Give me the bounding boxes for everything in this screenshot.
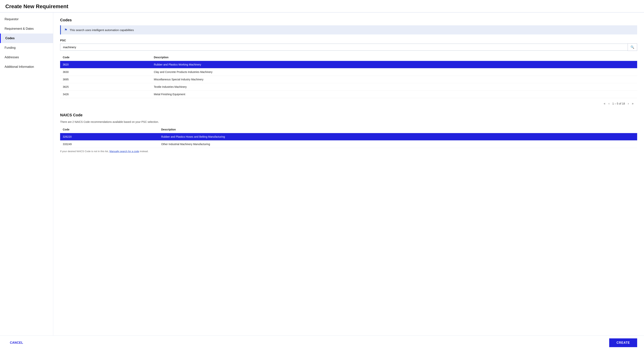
naics-section: NAICS Code There are 2 NAICS Code recomm… (60, 113, 637, 153)
sidebar-item-requestor[interactable]: Requestor (0, 15, 53, 24)
naics-col-code: Code (60, 126, 158, 133)
psc-last-page-btn[interactable]: » (631, 101, 634, 106)
psc-prev-page-btn[interactable]: ‹ (608, 101, 610, 106)
psc-table-row[interactable]: 3426Metal Finishing Equipment (60, 91, 637, 98)
codes-section-title: Codes (60, 18, 637, 22)
psc-cell-description: Metal Finishing Equipment (151, 91, 637, 98)
psc-first-page-btn[interactable]: « (603, 101, 606, 106)
naics-section-title: NAICS Code (60, 113, 637, 117)
naics-cell-code: 333249 (60, 140, 158, 148)
psc-cell-description: Rubber and Plastics Working Machinery (151, 61, 637, 68)
sidebar-item-additional-information[interactable]: Additional Information (0, 62, 53, 72)
psc-page-info: 1 – 5 of 18 (612, 102, 625, 105)
psc-cell-description: Textile Industries Machinery (151, 83, 637, 91)
psc-cell-description: Miscellaneous Special Industry Machinery (151, 76, 637, 83)
manual-search-link[interactable]: Manually search for a code (109, 150, 139, 153)
psc-label: PSC (60, 39, 637, 42)
naics-cell-description: Other Industrial Machinery Manufacturing (158, 140, 637, 148)
psc-pagination: « ‹ 1 – 5 of 18 › » (60, 100, 637, 107)
psc-cell-code: 3630 (60, 68, 151, 76)
footer-bar: CANCEL CREATE (0, 335, 644, 350)
psc-cell-code: 3695 (60, 76, 151, 83)
naics-cell-code: 326220 (60, 133, 158, 140)
info-icon: ⚑ (64, 28, 67, 32)
page-title: Create New Requirement (5, 4, 639, 10)
psc-col-description: Description (151, 54, 637, 61)
sidebar-item-funding[interactable]: Funding (0, 43, 53, 53)
cancel-button[interactable]: CANCEL (7, 339, 26, 346)
sidebar: RequestorRequirement & DatesCodesFunding… (0, 13, 53, 335)
naics-table-row[interactable]: 326220Rubber and Plastics Hoses and Belt… (60, 133, 637, 140)
psc-cell-code: 3620 (60, 61, 151, 68)
psc-cell-code: 3625 (60, 83, 151, 91)
psc-section: PSC 🔍 Code Description 3620Rubber and Pl… (60, 39, 637, 107)
naics-cell-description: Rubber and Plastics Hoses and Belting Ma… (158, 133, 637, 140)
psc-col-code: Code (60, 54, 151, 61)
top-bar: Create New Requirement (0, 0, 644, 13)
main-content: Codes ⚑ This search uses intelligent aut… (53, 13, 644, 335)
sidebar-item-codes[interactable]: Codes (0, 34, 53, 43)
psc-table-row[interactable]: 3695Miscellaneous Special Industry Machi… (60, 76, 637, 83)
create-button[interactable]: CREATE (609, 338, 637, 347)
naics-col-description: Description (158, 126, 637, 133)
sidebar-item-addresses[interactable]: Addresses (0, 53, 53, 62)
psc-search-input[interactable] (60, 44, 628, 51)
psc-table-row[interactable]: 3630Clay and Concrete Products Industrie… (60, 68, 637, 76)
psc-table-row[interactable]: 3620Rubber and Plastics Working Machiner… (60, 61, 637, 68)
psc-search-row: 🔍 (60, 43, 637, 51)
naics-description: There are 2 NAICS Code recommendations a… (60, 120, 637, 123)
psc-cell-code: 3426 (60, 91, 151, 98)
sidebar-item-requirement-dates[interactable]: Requirement & Dates (0, 24, 53, 34)
naics-table: Code Description 326220Rubber and Plasti… (60, 126, 637, 148)
layout: RequestorRequirement & DatesCodesFunding… (0, 13, 644, 335)
banner-text: This search uses intelligent automation … (70, 28, 134, 32)
psc-next-page-btn[interactable]: › (627, 101, 630, 106)
psc-table: Code Description 3620Rubber and Plastics… (60, 54, 637, 98)
info-banner: ⚑ This search uses intelligent automatio… (60, 25, 637, 35)
naics-table-row[interactable]: 333249Other Industrial Machinery Manufac… (60, 140, 637, 148)
psc-search-button[interactable]: 🔍 (628, 43, 637, 51)
psc-table-row[interactable]: 3625Textile Industries Machinery (60, 83, 637, 91)
psc-cell-description: Clay and Concrete Products Industries Ma… (151, 68, 637, 76)
manual-search-text: If your desired NAICS Code is not in thi… (60, 150, 637, 153)
